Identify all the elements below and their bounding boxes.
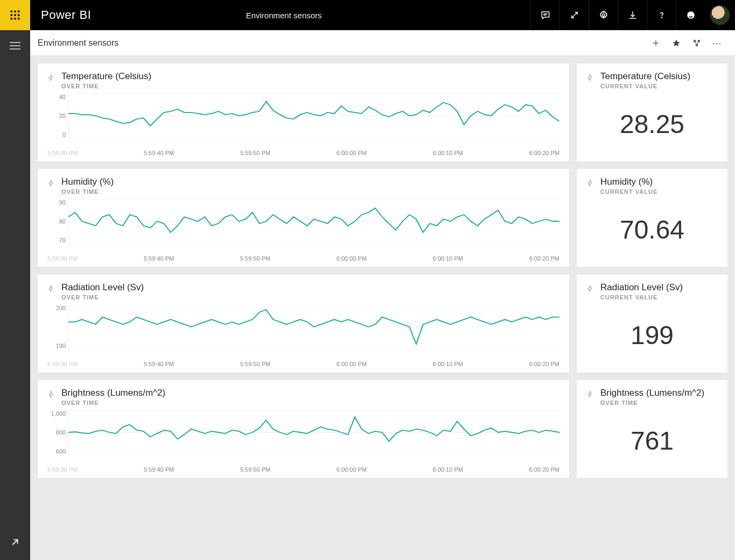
tile-title: Temperature (Celsius) (600, 71, 718, 82)
smile-icon (686, 10, 696, 20)
kpi-value: 761 (586, 406, 718, 473)
help-icon (657, 10, 667, 20)
x-tick: 6:00:20 PM (529, 466, 559, 473)
ellipsis-icon: ⋯ (712, 37, 723, 49)
app-launcher-button[interactable] (0, 0, 30, 30)
kpi-value: 199 (586, 300, 718, 367)
help-button[interactable] (647, 0, 676, 30)
svg-point-12 (661, 17, 662, 18)
svg-rect-5 (18, 14, 19, 16)
x-tick: 6:00:10 PM (433, 361, 463, 367)
lightning-icon (47, 73, 55, 82)
x-tick: 5:59:40 PM (144, 255, 174, 262)
star-icon (671, 38, 681, 48)
tile-subtitle: OVER TIME (61, 188, 559, 195)
add-tile-button[interactable] (646, 33, 666, 53)
y-tick: 20 (59, 113, 66, 119)
x-tick: 5:59:40 PM (144, 466, 174, 473)
svg-rect-3 (11, 14, 12, 16)
kpi-value: 70.64 (586, 195, 718, 262)
x-tick: 5:59:30 PM (47, 150, 78, 156)
svg-point-13 (687, 11, 695, 19)
y-tick: 190 (56, 342, 66, 349)
kpi-tile[interactable]: Temperature (Celsius)CURRENT VALUE28.25 (577, 64, 727, 162)
x-tick: 5:59:50 PM (240, 361, 270, 367)
svg-point-17 (698, 40, 700, 42)
y-tick: 800 (56, 429, 66, 436)
svg-rect-4 (14, 14, 16, 16)
y-tick: 90 (59, 199, 66, 206)
favorite-button[interactable] (666, 33, 687, 53)
plot-area (68, 305, 559, 349)
feedback-button[interactable] (676, 0, 705, 30)
x-tick: 5:59:50 PM (240, 466, 270, 473)
tile-title: Radiation Level (Sv) (600, 282, 718, 293)
share-icon (692, 38, 702, 48)
chart-tile[interactable]: Brightness (Lumens/m^2)OVER TIME1,000800… (38, 380, 569, 478)
tile-title: Brightness (Lumens/m^2) (61, 388, 559, 398)
tile-subtitle: CURRENT VALUE (600, 83, 718, 89)
x-tick: 5:59:40 PM (144, 150, 174, 156)
user-avatar-button[interactable] (705, 0, 735, 30)
x-tick: 6:00:20 PM (529, 150, 559, 156)
svg-rect-7 (14, 18, 16, 19)
open-external-icon (9, 536, 21, 548)
x-tick: 6:00:00 PM (337, 150, 367, 156)
breadcrumb: Environment sensors (38, 38, 118, 48)
dashboard-canvas: Temperature (Celsius)OVER TIME402005:59:… (30, 56, 735, 560)
streaming-indicator-icon (47, 178, 55, 190)
x-tick: 6:00:20 PM (529, 255, 559, 262)
settings-button[interactable] (589, 0, 618, 30)
comments-button[interactable] (530, 0, 559, 30)
svg-rect-0 (11, 11, 12, 12)
kpi-tile[interactable]: Brightness (Lumens/m^2)OVER TIME761 (577, 380, 727, 478)
tile-title: Temperature (Celsius) (61, 71, 559, 82)
x-axis-labels: 5:59:30 PM5:59:40 PM5:59:50 PM6:00:00 PM… (47, 255, 559, 262)
tile-subtitle: OVER TIME (61, 83, 559, 89)
streaming-indicator-icon (586, 73, 594, 85)
brand-label: Power BI (41, 8, 91, 22)
lightning-icon (586, 284, 594, 293)
svg-point-16 (694, 40, 696, 42)
svg-point-15 (691, 14, 692, 15)
svg-rect-2 (18, 11, 19, 12)
svg-point-14 (689, 14, 690, 15)
svg-point-18 (696, 44, 698, 46)
kpi-value: 28.25 (586, 89, 718, 156)
lightning-icon (47, 178, 55, 188)
x-tick: 6:00:00 PM (337, 255, 367, 262)
tile-subtitle: OVER TIME (600, 400, 718, 406)
y-tick: 200 (56, 305, 66, 311)
waffle-icon (10, 10, 20, 20)
x-tick: 5:59:50 PM (240, 150, 270, 156)
download-button[interactable] (618, 0, 647, 30)
x-tick: 5:59:30 PM (47, 361, 78, 367)
x-tick: 6:00:00 PM (337, 466, 367, 473)
lightning-icon (47, 389, 55, 399)
more-options-button[interactable]: ⋯ (707, 33, 727, 53)
page-title: Environment sensors (91, 11, 477, 20)
chart-tile[interactable]: Temperature (Celsius)OVER TIME402005:59:… (38, 64, 569, 162)
tile-title: Humidity (%) (61, 177, 559, 187)
svg-rect-8 (18, 18, 19, 19)
kpi-tile[interactable]: Humidity (%)CURRENT VALUE70.64 (577, 169, 727, 267)
tile-title: Radiation Level (Sv) (61, 282, 559, 293)
plot-area (68, 410, 559, 454)
chart-tile[interactable]: Radiation Level (Sv)OVER TIME2001905:59:… (38, 275, 569, 373)
chart-tile[interactable]: Humidity (%)OVER TIME9080705:59:30 PM5:5… (38, 169, 569, 267)
fullscreen-button[interactable] (559, 0, 589, 30)
x-tick: 5:59:30 PM (47, 255, 78, 262)
share-button[interactable] (687, 33, 707, 53)
nav-toggle-button[interactable] (10, 40, 20, 52)
kpi-tile[interactable]: Radiation Level (Sv)CURRENT VALUE199 (577, 275, 727, 373)
y-tick: 600 (56, 448, 66, 454)
tile-subtitle: CURRENT VALUE (600, 294, 718, 300)
expand-icon (570, 10, 579, 20)
open-external-button[interactable] (9, 536, 21, 550)
lightning-icon (586, 73, 594, 82)
tile-subtitle: OVER TIME (61, 400, 559, 406)
x-tick: 5:59:40 PM (144, 361, 174, 367)
streaming-indicator-icon (586, 389, 594, 401)
sensor-row: Brightness (Lumens/m^2)OVER TIME1,000800… (38, 380, 727, 478)
tile-subtitle: CURRENT VALUE (600, 188, 718, 195)
